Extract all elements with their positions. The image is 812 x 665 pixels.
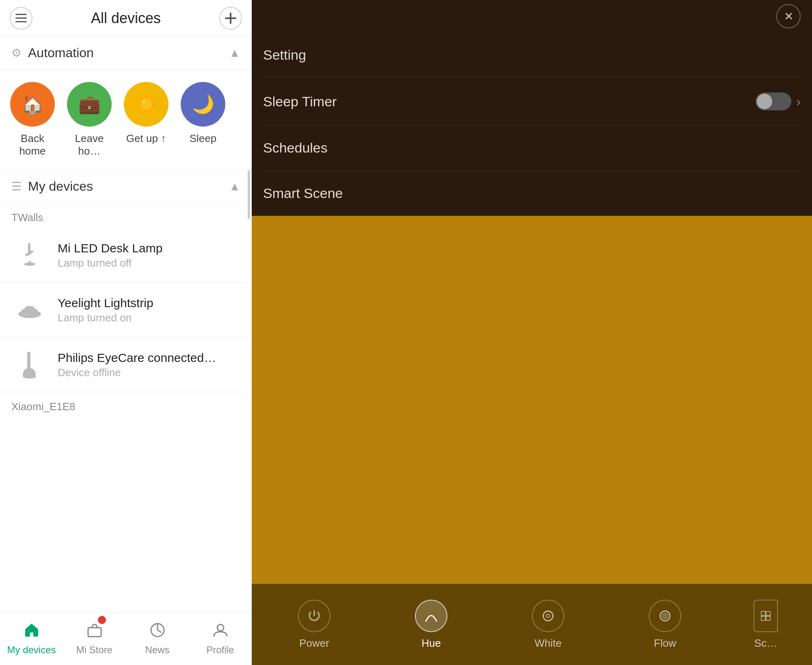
- device-led-lamp-status: Lamp turned off: [58, 257, 240, 269]
- nav-profile-icon: [212, 622, 229, 642]
- svg-point-19: [543, 611, 553, 621]
- device-philips-name: Philips EyeCare connected…: [58, 351, 240, 365]
- power-icon: [298, 600, 330, 632]
- automation-section-header[interactable]: ⚙ Automation ▲: [0, 37, 252, 70]
- my-devices-section-header[interactable]: ☰ My devices ▲: [0, 170, 252, 203]
- right-bottom: Power Hue: [252, 216, 812, 665]
- white-icon: [532, 600, 564, 632]
- svg-point-11: [25, 306, 35, 310]
- svg-point-23: [664, 615, 666, 617]
- power-label: Power: [299, 637, 329, 650]
- nav-profile-label: Profile: [206, 644, 234, 656]
- svg-rect-0: [15, 14, 27, 15]
- device-philips-icon-wrap: [11, 346, 48, 383]
- svg-rect-4: [225, 17, 236, 19]
- hue-icon: [415, 600, 447, 632]
- device-philips-info: Philips EyeCare connected… Device offlin…: [58, 351, 240, 379]
- ctrl-flow[interactable]: Flow: [637, 600, 693, 650]
- nav-news-label: News: [145, 644, 169, 656]
- device-lightstrip-status: Lamp turned on: [58, 312, 240, 324]
- scene-back-home[interactable]: 🏠 Back home: [8, 82, 57, 157]
- device-lightstrip-icon-wrap: [11, 292, 48, 328]
- menu-item-sleep-timer[interactable]: Sleep Timer ›: [263, 78, 801, 125]
- scene-sleep-icon: 🌙: [181, 82, 225, 127]
- scroll-indicator: [248, 170, 250, 219]
- toggle-thumb: [757, 94, 772, 109]
- devices-icon: ☰: [11, 180, 22, 193]
- device-item-led-lamp[interactable]: Mi LED Desk Lamp Lamp turned off: [0, 228, 252, 283]
- svg-rect-24: [761, 611, 765, 616]
- svg-point-20: [546, 614, 550, 618]
- flow-icon: [649, 600, 681, 632]
- sleep-timer-chevron: ›: [796, 94, 801, 109]
- device-led-lamp-info: Mi LED Desk Lamp Lamp turned off: [58, 241, 240, 269]
- svg-rect-1: [15, 17, 27, 19]
- my-devices-title: My devices: [28, 179, 93, 194]
- device-led-lamp-name: Mi LED Desk Lamp: [58, 241, 240, 255]
- automation-title: Automation: [28, 45, 94, 60]
- nav-profile[interactable]: Profile: [189, 613, 252, 665]
- nav-my-devices-icon: [24, 622, 40, 642]
- menu-item-setting[interactable]: Setting: [263, 32, 801, 78]
- menu-button[interactable]: [10, 7, 32, 30]
- scene-get-up-label: Get up ↑: [126, 132, 166, 145]
- menu-schedules-label: Schedules: [263, 140, 328, 156]
- bottom-nav: My devices Mi Store News: [0, 612, 252, 665]
- ctrl-power[interactable]: Power: [286, 600, 343, 650]
- svg-point-18: [217, 624, 224, 631]
- group-twalls-label: TWalls: [0, 203, 252, 228]
- scene-leave-home-icon: 💼: [67, 82, 112, 127]
- nav-news-icon: [149, 622, 166, 642]
- close-button[interactable]: ✕: [776, 4, 801, 28]
- group-xiaomi-label: Xiaomi_E1E8: [0, 392, 252, 417]
- scene-leave-home[interactable]: 💼 Leave ho…: [65, 82, 114, 157]
- scene-leave-home-label: Leave ho…: [65, 132, 114, 157]
- svg-point-13: [23, 375, 36, 379]
- device-philips-status: Device offline: [58, 366, 240, 379]
- nav-mi-store-icon: [86, 622, 103, 642]
- automation-chevron: ▲: [229, 47, 240, 60]
- svg-rect-12: [27, 352, 30, 369]
- hue-label: Hue: [421, 637, 441, 650]
- device-title-bar: ✕: [252, 0, 812, 32]
- flow-label: Flow: [654, 637, 676, 650]
- menu-item-smart-scene[interactable]: Smart Scene: [263, 171, 801, 216]
- scene-get-up[interactable]: ☀️ Get up ↑: [122, 82, 171, 145]
- nav-mi-store-badge: [98, 616, 106, 624]
- svg-rect-25: [766, 611, 770, 616]
- device-led-lamp-icon-wrap: [11, 237, 48, 273]
- devices-section: ☰ My devices ▲ TWalls Mi LED: [0, 170, 252, 612]
- nav-my-devices[interactable]: My devices: [0, 613, 63, 665]
- device-item-philips[interactable]: Philips EyeCare connected… Device offlin…: [0, 338, 252, 392]
- scene-sleep[interactable]: 🌙 Sleep: [179, 82, 227, 145]
- menu-sleep-timer-label: Sleep Timer: [263, 94, 337, 110]
- device-list: TWalls Mi LED Desk Lamp Lamp turned off: [0, 203, 252, 612]
- nav-my-devices-label: My devices: [7, 644, 56, 656]
- scene-get-up-icon: ☀️: [124, 82, 168, 127]
- ctrl-scene-partial: Sc…: [754, 600, 778, 650]
- nav-news[interactable]: News: [126, 613, 189, 665]
- nav-mi-store-label: Mi Store: [76, 644, 112, 656]
- scene-partial-label: Sc…: [754, 637, 777, 650]
- automation-icon: ⚙: [11, 46, 22, 60]
- ctrl-hue[interactable]: Hue: [403, 600, 460, 650]
- nav-mi-store[interactable]: Mi Store: [63, 613, 126, 665]
- device-item-lightstrip[interactable]: Yeelight Lightstrip Lamp turned on: [0, 283, 252, 338]
- menu-item-schedules[interactable]: Schedules: [263, 125, 801, 171]
- scenes-row: 🏠 Back home 💼 Leave ho… ☀️ Get up ↑ 🌙 Sl…: [0, 70, 252, 170]
- sleep-timer-toggle[interactable]: [756, 93, 791, 110]
- page-title: All devices: [91, 10, 161, 27]
- svg-rect-14: [88, 628, 101, 637]
- ctrl-white[interactable]: White: [520, 600, 577, 650]
- add-device-button[interactable]: [219, 7, 242, 30]
- svg-rect-2: [15, 21, 27, 22]
- header: All devices: [0, 0, 252, 37]
- svg-rect-27: [766, 616, 770, 620]
- scene-back-home-label: Back home: [8, 132, 57, 157]
- menu-setting-label: Setting: [263, 47, 306, 63]
- scene-back-home-icon: 🏠: [10, 82, 55, 127]
- right-panel: ✕ Setting Sleep Timer › Schedules: [252, 0, 812, 665]
- device-lightstrip-name: Yeelight Lightstrip: [58, 296, 240, 310]
- svg-rect-8: [28, 261, 31, 266]
- device-lightstrip-info: Yeelight Lightstrip Lamp turned on: [58, 296, 240, 324]
